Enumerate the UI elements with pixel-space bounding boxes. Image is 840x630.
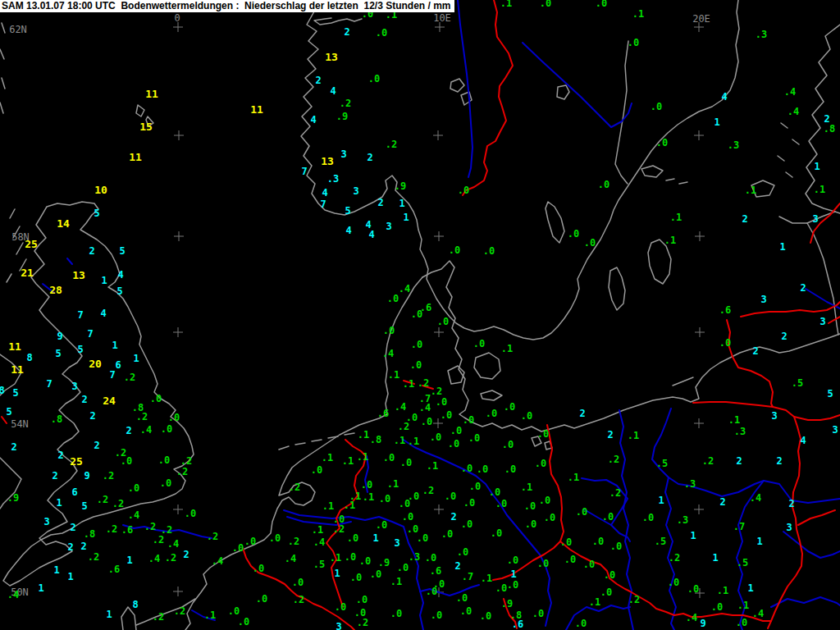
coastline-path bbox=[295, 443, 305, 445]
station-value: .0 bbox=[158, 455, 170, 465]
station-value: 4 bbox=[100, 308, 106, 318]
station-value: .1 bbox=[568, 472, 579, 482]
coastline-path bbox=[792, 139, 799, 144]
station-value: .6 bbox=[121, 525, 133, 535]
station-value: .6 bbox=[108, 564, 120, 574]
station-value: .0 bbox=[535, 459, 546, 468]
station-value: .8 bbox=[824, 124, 835, 134]
station-value: .0 bbox=[477, 464, 488, 474]
station-value: .0 bbox=[232, 543, 244, 553]
station-value: .0 bbox=[537, 429, 549, 439]
station-value: 1 bbox=[38, 583, 43, 593]
station-value: 20 bbox=[89, 358, 102, 369]
station-value: 4 bbox=[117, 270, 123, 280]
coastline-path bbox=[0, 49, 4, 59]
grid-cross bbox=[434, 504, 444, 514]
station-value: .4 bbox=[285, 554, 296, 564]
station-value: .4 bbox=[7, 590, 19, 600]
coastline-path bbox=[10, 209, 15, 218]
station-value: 2 bbox=[752, 346, 758, 356]
station-value: .2 bbox=[153, 535, 164, 545]
station-value: 3 bbox=[394, 538, 399, 548]
coastline-path bbox=[641, 166, 663, 177]
station-value: 24 bbox=[103, 395, 116, 406]
station-value: .1 bbox=[501, 344, 513, 354]
station-value: 2 bbox=[579, 409, 585, 418]
grid-label: 62N bbox=[9, 25, 27, 34]
station-value: .0 bbox=[441, 529, 453, 539]
station-value: .9 bbox=[501, 599, 513, 609]
station-value: .4 bbox=[212, 556, 223, 566]
station-value: .0 bbox=[430, 432, 441, 442]
station-value: 3 bbox=[43, 517, 49, 527]
station-value: .0 bbox=[583, 559, 595, 569]
station-value: .0 bbox=[656, 138, 668, 148]
station-value: 4 bbox=[330, 86, 336, 96]
station-value: .0 bbox=[421, 417, 432, 427]
grid-cross bbox=[173, 587, 183, 596]
station-value: 5 bbox=[6, 407, 11, 417]
station-value: .0 bbox=[426, 587, 437, 596]
station-value: .3 bbox=[728, 140, 739, 150]
station-value: .9 bbox=[336, 112, 348, 121]
station-value: .2 bbox=[431, 386, 442, 396]
station-value: 13 bbox=[325, 52, 338, 62]
station-value: .1 bbox=[745, 185, 756, 195]
station-value: .3 bbox=[756, 30, 767, 39]
station-value: .1 bbox=[427, 461, 438, 471]
station-value: 4 bbox=[345, 226, 351, 235]
station-value: .2 bbox=[207, 532, 218, 541]
station-value: 1 bbox=[756, 536, 762, 546]
station-value: .3 bbox=[677, 515, 688, 525]
station-value: .0 bbox=[537, 559, 549, 568]
station-value: 11 bbox=[129, 152, 142, 162]
blue-front-path bbox=[523, 43, 632, 127]
station-value: .1 bbox=[664, 235, 676, 245]
station-value: .0 bbox=[256, 594, 267, 604]
station-value: .2 bbox=[136, 412, 148, 422]
grid-label: 20E bbox=[692, 14, 710, 24]
coastline-path bbox=[328, 436, 338, 438]
station-value: .2 bbox=[288, 536, 299, 546]
station-value: 5 bbox=[81, 501, 87, 511]
station-value: 9 bbox=[84, 471, 89, 481]
station-value: .1 bbox=[388, 370, 399, 380]
station-value: .4 bbox=[419, 403, 431, 413]
station-value: .0 bbox=[150, 394, 162, 404]
station-value: 4 bbox=[721, 92, 727, 102]
station-value: 25 bbox=[70, 456, 83, 467]
coastline-path bbox=[301, 0, 739, 340]
station-value: 1 bbox=[814, 162, 819, 171]
station-value: .2 bbox=[608, 454, 619, 464]
station-value: .0 bbox=[238, 617, 249, 627]
station-value: .0 bbox=[410, 360, 422, 370]
station-value: .4 bbox=[382, 349, 394, 358]
coastline-path bbox=[781, 123, 788, 128]
station-value: .0 bbox=[161, 424, 172, 434]
station-value: .0 bbox=[437, 317, 449, 326]
blue-front-path bbox=[783, 532, 840, 558]
station-value: .9 bbox=[7, 493, 19, 503]
station-value: .0 bbox=[495, 499, 507, 509]
coastline-path bbox=[312, 440, 322, 441]
coastline-path bbox=[666, 179, 674, 180]
coastline-path bbox=[2, 78, 5, 89]
coastline-path bbox=[609, 267, 625, 310]
station-value: .0 bbox=[600, 587, 612, 597]
station-value: 2 bbox=[126, 426, 131, 436]
station-value: 3 bbox=[786, 523, 792, 532]
station-value: .0 bbox=[736, 618, 747, 628]
station-value: 7 bbox=[87, 329, 93, 339]
red-front-path bbox=[829, 317, 840, 323]
station-value: .0 bbox=[507, 580, 518, 590]
station-value: 3 bbox=[71, 381, 77, 391]
station-value: 3 bbox=[760, 294, 766, 304]
station-value: .0 bbox=[540, 0, 551, 8]
station-value: .2 bbox=[422, 486, 434, 495]
red-front-path bbox=[693, 320, 773, 407]
station-value: .0 bbox=[335, 602, 346, 612]
grid-label: 10E bbox=[433, 13, 451, 23]
coastline-path bbox=[673, 377, 693, 386]
station-value: 1 bbox=[334, 568, 340, 578]
station-value: .2 bbox=[669, 553, 680, 563]
